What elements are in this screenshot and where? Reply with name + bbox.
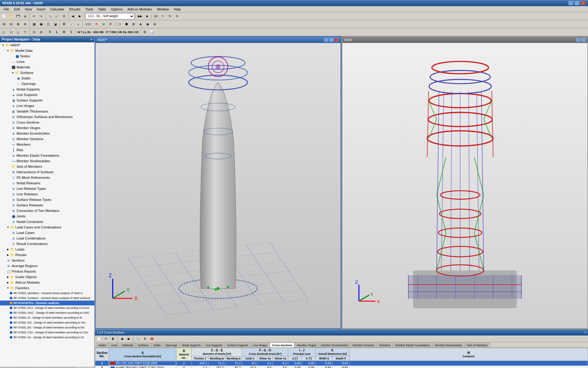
vp1-canvas[interactable]: X Z Y bbox=[96, 43, 341, 328]
minimize-btn[interactable]: _ bbox=[568, 1, 573, 5]
tree-load-cases-comb[interactable]: ▼ 📁 Load Cases and Combinations bbox=[0, 224, 94, 230]
tree-average-regions[interactable]: ⊞ Average Regions bbox=[0, 263, 94, 269]
tree-cross-sections[interactable]: ⊟ Cross-Sections bbox=[0, 120, 94, 125]
tree-variable-thick[interactable]: ◧ Variable Thicknesses bbox=[0, 109, 94, 114]
tb3-btn9[interactable]: M bbox=[61, 29, 67, 36]
tree-favorites[interactable]: ▼ 📁 Favorites bbox=[0, 285, 94, 291]
viewport1[interactable]: HAIXI* _ □ × bbox=[95, 36, 341, 329]
fav-expand[interactable]: ▼ bbox=[6, 286, 10, 290]
tree-sections-item[interactable]: ⊟ Sections bbox=[0, 258, 94, 263]
fav-item-7[interactable]: RF-STEEL SIA - Design of steel members a… bbox=[0, 320, 94, 325]
tree-intersections[interactable]: ⊠ Intersections of Surfaces bbox=[0, 169, 94, 175]
tb2-btn11[interactable]: ⍙ bbox=[75, 21, 81, 28]
tree-member-elastic[interactable]: ⊕ Member Elastic Foundations bbox=[0, 153, 94, 158]
menu-view[interactable]: View bbox=[22, 7, 35, 12]
tab-solids[interactable]: Solids bbox=[151, 343, 163, 347]
loads-expand[interactable]: ▶ bbox=[6, 247, 10, 251]
tree-lines[interactable]: — Lines bbox=[0, 59, 94, 64]
tree-results[interactable]: ▶ 📁 Results bbox=[0, 252, 94, 258]
view3d-btn[interactable]: 3D bbox=[153, 13, 159, 20]
tb2-btn9[interactable]: ⌘ bbox=[61, 21, 67, 28]
tb3-btn7[interactable]: N bbox=[47, 29, 53, 36]
tab-cross-sections[interactable]: Cross-Sections bbox=[270, 343, 294, 347]
menu-insert[interactable]: Insert bbox=[34, 7, 48, 12]
tree-surface-releases[interactable]: ⊟ Surface Releases bbox=[0, 202, 94, 208]
print-btn[interactable]: 🖨 bbox=[22, 13, 28, 20]
tab-materials[interactable]: Materials bbox=[120, 343, 136, 347]
tab-lines[interactable]: Lines bbox=[109, 343, 120, 347]
tab-nodal-supports[interactable]: Nodal Supports bbox=[180, 343, 203, 347]
tb2-btn20[interactable]: ◉ bbox=[144, 21, 151, 28]
surfaces-expand[interactable]: ▼ bbox=[11, 71, 15, 75]
fav-item-10[interactable]: RF-STEEL AS - Design of steel members ac… bbox=[0, 335, 94, 340]
load-cases-expand[interactable]: ▼ bbox=[6, 225, 10, 229]
model-data-expand[interactable]: ▼ bbox=[6, 49, 10, 52]
tree-root[interactable]: ▼ 📁 HAIXI* bbox=[0, 42, 94, 48]
menu-window[interactable]: Window bbox=[154, 7, 171, 12]
table-row-1[interactable]: 1 RO 219.1x8 | GB/T 6728-2002 2 142.2 71… bbox=[95, 361, 588, 366]
menu-addon[interactable]: Add-on Modules bbox=[125, 7, 154, 12]
vp1-min-btn[interactable]: _ bbox=[324, 38, 328, 42]
vp2-controls[interactable]: _ □ bbox=[576, 38, 586, 42]
tb3-btn5[interactable]: ⊡ bbox=[31, 29, 37, 36]
tree-member-nonlinear[interactable]: ⟿ Member Nonlinearities bbox=[0, 158, 94, 164]
tree-nodal-releases[interactable]: ⊙ Nodal Releases bbox=[0, 180, 94, 186]
tree-ribs[interactable]: ┃ Ribs bbox=[0, 147, 94, 153]
tree-materials[interactable]: ⬛ Materials bbox=[0, 64, 94, 70]
tb2-btn1[interactable]: ⊞ bbox=[1, 21, 7, 28]
tb3-btn12[interactable]: 📊 bbox=[149, 29, 155, 36]
tree-solids[interactable]: ▣ Solids bbox=[0, 75, 94, 81]
tab-member-div[interactable]: Member Divisions bbox=[350, 343, 377, 347]
table-row-2[interactable]: 2 H HW 250x250 | GB/T 11263-2010 4 1.2 2… bbox=[95, 366, 588, 368]
vp1-max-btn[interactable]: □ bbox=[329, 38, 334, 42]
menu-results[interactable]: Results bbox=[67, 7, 83, 12]
fav-item-1[interactable]: RF-STEEL Members - General stress analys… bbox=[0, 291, 94, 296]
tb2-btn13[interactable]: ✕ bbox=[93, 21, 100, 28]
tab-members[interactable]: Members bbox=[377, 343, 393, 347]
tbl-new-btn[interactable]: 📄 bbox=[96, 335, 102, 342]
stop-btn[interactable]: ■ bbox=[144, 13, 150, 20]
tree-surface-supports[interactable]: ▣ Surface Supports bbox=[0, 98, 94, 103]
tb3-btn1[interactable]: ▷ bbox=[1, 29, 7, 36]
nav-tree[interactable]: ▼ 📁 HAIXI* ▼ 📁 Model Data ⬤ Nodes — Line… bbox=[0, 42, 94, 367]
tree-line-hinges[interactable]: ⊕ Line Hinges bbox=[0, 103, 94, 109]
tab-member-nonlinear[interactable]: Member Nonlinearities bbox=[433, 343, 465, 347]
next-btn[interactable]: ▶ bbox=[77, 13, 83, 20]
select-btn[interactable]: ↖ bbox=[160, 13, 166, 20]
table-container[interactable]: Section No. ACross-Section Description [… bbox=[95, 348, 588, 368]
fit-btn[interactable]: ⊡ bbox=[61, 13, 67, 20]
zoom-in-btn[interactable]: 🔍 bbox=[47, 13, 53, 20]
tbl-filter-btn[interactable]: 🔍 bbox=[134, 335, 141, 342]
menu-file[interactable]: File bbox=[1, 7, 12, 12]
menu-edit[interactable]: Edit bbox=[12, 7, 22, 12]
vp1-controls[interactable]: _ □ × bbox=[324, 38, 339, 42]
tb3-btn4[interactable]: ▽ bbox=[22, 29, 28, 36]
tree-nodal-constraints[interactable]: ⊛ Nodal Constraints bbox=[0, 219, 94, 224]
tree-line-release-types[interactable]: ⊕ Line Release Types bbox=[0, 186, 94, 191]
tree-guide-objects[interactable]: ▶ 📁 Guide Objects bbox=[0, 274, 94, 280]
guide-expand[interactable]: ▶ bbox=[6, 275, 10, 279]
addon-expand[interactable]: ▶ bbox=[6, 281, 10, 284]
tree-member-divisions[interactable]: ⊟ Member Divisions bbox=[0, 136, 94, 142]
menu-table[interactable]: Table bbox=[96, 7, 108, 12]
redo-btn[interactable]: ↪ bbox=[38, 13, 44, 20]
vp2-canvas[interactable]: X Z Y bbox=[342, 43, 587, 328]
fav-item-5[interactable]: RF-STEEL AISC - Design of steel members … bbox=[0, 310, 94, 315]
tb2-btn17[interactable]: ⬢ bbox=[123, 21, 130, 28]
prev-btn[interactable]: ◀ bbox=[70, 13, 76, 20]
tab-surface-supports[interactable]: Surface Supports bbox=[225, 343, 251, 347]
tree-addon[interactable]: ▶ 📁 Add-on Modules bbox=[0, 280, 94, 285]
new-btn[interactable]: 📄 bbox=[1, 13, 7, 20]
tb3-btn3[interactable]: △ bbox=[15, 29, 21, 36]
tree-joints[interactable]: ⬤ Joints bbox=[0, 213, 94, 219]
tab-openings[interactable]: Openings bbox=[163, 343, 179, 347]
tb2-btn21[interactable]: ⊕ bbox=[151, 21, 158, 28]
tree-member-eccentricities[interactable]: ◈ Member Eccentricities bbox=[0, 131, 94, 136]
tree-line-releases[interactable]: ⊟ Line Releases bbox=[0, 191, 94, 197]
tb2-btn4[interactable]: ⊛ bbox=[22, 21, 28, 28]
menu-options[interactable]: Options bbox=[108, 7, 125, 12]
tab-line-supports[interactable]: Line Supports bbox=[203, 343, 225, 347]
tree-line-supports[interactable]: ▲ Line Supports bbox=[0, 92, 94, 98]
tb2-btn16[interactable]: ⬡ bbox=[116, 21, 123, 28]
tab-member-elastic[interactable]: Member Elastic Foundations bbox=[393, 343, 432, 347]
